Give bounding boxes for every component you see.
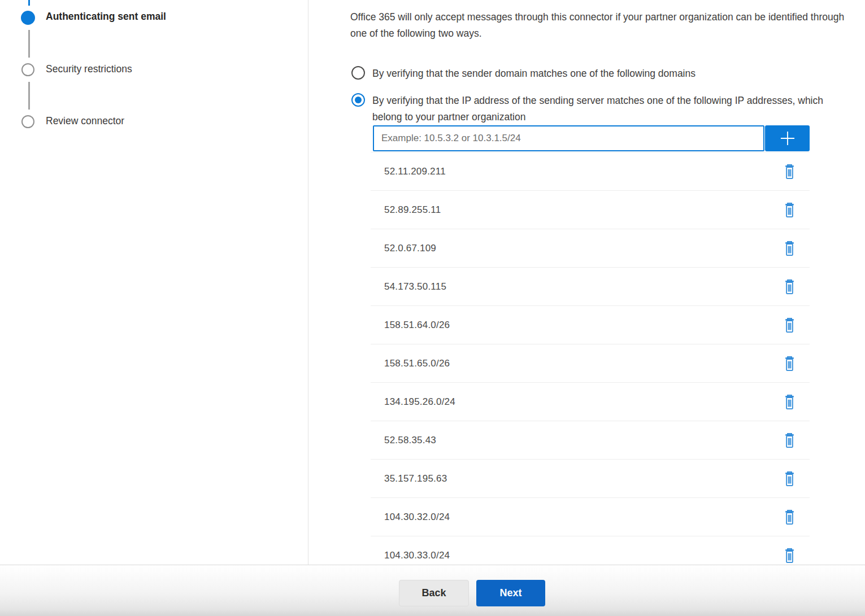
radio-option-sender-domain[interactable]: By verifying that the sender domain matc…: [351, 65, 696, 82]
step-indicator-security-restrictions: [21, 63, 34, 76]
step-indicator-authenticating-sent-email: [21, 11, 35, 25]
ip-address: 35.157.195.63: [384, 473, 447, 484]
trash-icon: [783, 471, 796, 487]
ip-input-group: [373, 125, 810, 151]
ip-row: 104.30.33.0/24: [371, 536, 810, 565]
delete-ip-button[interactable]: [777, 505, 801, 529]
delete-ip-button[interactable]: [777, 275, 801, 299]
ip-address: 158.51.65.0/26: [384, 358, 450, 369]
ip-row: 158.51.64.0/26: [371, 306, 810, 344]
step-connector-line: [28, 30, 30, 58]
radio-button[interactable]: [351, 93, 365, 107]
ip-address: 134.195.26.0/24: [384, 396, 455, 408]
step-connector-line: [28, 82, 30, 110]
ip-address-input[interactable]: [373, 125, 764, 151]
next-button[interactable]: Next: [476, 580, 545, 606]
step-label-review-connector: Review connector: [46, 115, 124, 127]
ip-row: 54.173.50.115: [371, 268, 810, 306]
delete-ip-button[interactable]: [777, 352, 801, 375]
trash-icon: [783, 317, 796, 333]
delete-ip-button[interactable]: [777, 313, 801, 337]
radio-option-label[interactable]: By verifying that the IP address of the …: [372, 93, 836, 125]
delete-ip-button[interactable]: [777, 237, 801, 260]
ip-address: 104.30.33.0/24: [384, 550, 450, 561]
ip-address: 158.51.64.0/26: [384, 320, 450, 331]
trash-icon: [783, 548, 796, 563]
ip-address: 52.0.67.109: [384, 243, 436, 254]
step-label-security-restrictions: Security restrictions: [46, 63, 132, 75]
ip-row: 35.157.195.63: [371, 460, 810, 498]
trash-icon: [783, 164, 796, 180]
ip-address: 52.89.255.11: [384, 204, 441, 216]
delete-ip-button[interactable]: [777, 198, 801, 222]
step-label-authenticating-sent-email: Authenticating sent email: [46, 11, 166, 23]
trash-icon: [783, 241, 796, 256]
delete-ip-button[interactable]: [777, 544, 801, 565]
ip-address: 54.173.50.115: [384, 281, 446, 292]
radio-option-ip-address[interactable]: By verifying that the IP address of the …: [351, 93, 836, 125]
delete-ip-button[interactable]: [777, 160, 801, 184]
wizard-footer: Back Next: [0, 565, 865, 616]
step-connector-top: [28, 0, 30, 6]
back-button[interactable]: Back: [399, 580, 469, 606]
connector-wizard-page: Authenticating sent email Security restr…: [0, 0, 865, 616]
ip-address-list: 52.11.209.211 52.89.255.11: [371, 152, 810, 565]
ip-row: 158.51.65.0/26: [371, 344, 810, 383]
delete-ip-button[interactable]: [777, 467, 801, 491]
radio-button[interactable]: [351, 66, 365, 80]
trash-icon: [783, 279, 796, 295]
trash-icon: [783, 509, 796, 525]
trash-icon: [783, 202, 796, 218]
ip-address: 52.11.209.211: [384, 166, 446, 177]
ip-row: 52.11.209.211: [371, 152, 810, 191]
plus-icon: [778, 129, 797, 148]
ip-row: 52.89.255.11: [371, 191, 810, 229]
page-description: Office 365 will only accept messages thr…: [350, 9, 847, 41]
step-indicator-review-connector: [21, 115, 34, 128]
ip-row: 104.30.32.0/24: [371, 498, 810, 536]
add-ip-button[interactable]: [765, 125, 810, 151]
wizard-stepper: Authenticating sent email Security restr…: [0, 0, 308, 565]
ip-row: 52.58.35.43: [371, 421, 810, 460]
ip-row: 134.195.26.0/24: [371, 383, 810, 421]
delete-ip-button[interactable]: [777, 390, 801, 414]
trash-icon: [783, 394, 796, 410]
ip-address: 52.58.35.43: [384, 435, 436, 446]
trash-icon: [783, 432, 796, 448]
ip-address: 104.30.32.0/24: [384, 512, 450, 523]
delete-ip-button[interactable]: [777, 429, 801, 452]
trash-icon: [783, 356, 796, 372]
ip-row: 52.0.67.109: [371, 229, 810, 268]
radio-option-label[interactable]: By verifying that the sender domain matc…: [372, 65, 696, 82]
